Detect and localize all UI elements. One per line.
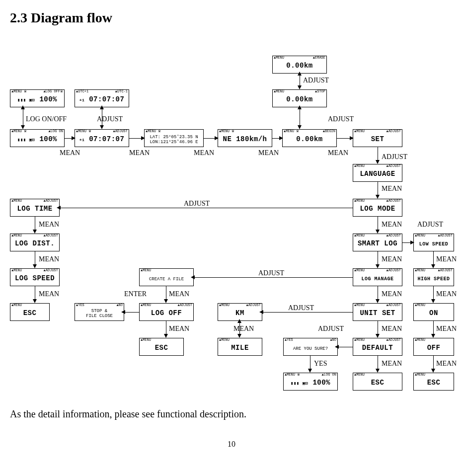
label-adjust: ADJUST: [417, 221, 443, 229]
screen-log-speed: ▲MENU▲ADJUST LOG SPEED: [10, 268, 60, 286]
label-mean: MEAN: [169, 290, 189, 298]
screen-mile: ▲MENU MILE: [218, 338, 262, 356]
label-mean: MEAN: [382, 360, 402, 368]
label-mean: MEAN: [436, 325, 457, 333]
label-mean: MEAN: [382, 185, 402, 193]
label-mean: MEAN: [194, 149, 214, 157]
label-enter: ENTER: [124, 290, 147, 298]
screen-esc-3: ▲MENU ESC: [353, 373, 402, 391]
label-mean: MEAN: [258, 149, 279, 157]
label-mean: MEAN: [382, 290, 402, 298]
screen-logoff-100: ▲MENU ※▲LOG OFF※ ▮▮▮ ▣⊟ 100%: [10, 89, 65, 107]
screen-low-speed: ▲MENU▲ADJUST LOW SPEED: [413, 234, 454, 251]
screen-stop-km: ▲MENU▲STOP 0.00km: [272, 89, 327, 107]
label-mean: MEAN: [382, 221, 402, 229]
label-mean: MEAN: [39, 255, 59, 263]
body-text: As the detail information, please see fu…: [10, 408, 453, 420]
label-yes: YES: [314, 360, 327, 368]
label-adjust: ADJUST: [97, 115, 123, 123]
screen-utc-time-top: ▲UTC+1▲UTC-1 +1 07:07:07: [75, 89, 129, 107]
label-adjust: ADJUST: [303, 77, 329, 84]
screen-stop-file-close: ▲YES▲NO STOP & FILE CLOSE: [75, 303, 124, 321]
screen-latlon: ▲MENU ※ LAT: 25°05'23.35 N LON:121°25'46…: [144, 129, 204, 147]
section-heading: 2.3 Diagram flow: [10, 10, 453, 26]
page-number: 10: [10, 440, 453, 449]
screen-esc-1: ▲MENU ESC: [10, 303, 50, 321]
screen-log-manage: ▲MENU▲ADJUST LOG MANAGE: [353, 268, 402, 286]
screen-log-dist: ▲MENU▲ADJUST LOG DIST.: [10, 234, 60, 251]
screen-time-main: ▲MENU ※▲ADJUST +1 07:07:07: [75, 129, 129, 147]
label-log-onoff: LOG ON/OFF: [26, 115, 67, 123]
screen-are-you-sure: ▲YES▲NO ARE YOU SURE?: [283, 338, 338, 356]
label-adjust: ADJUST: [328, 115, 354, 123]
screen-logon-100: ▲MENU ※▲LOG ON ▮▮▮ ▣⊟ 100%: [10, 129, 65, 147]
label-mean: MEAN: [382, 325, 402, 333]
screen-esc-2: ▲MENU ESC: [139, 338, 184, 356]
label-mean: MEAN: [328, 149, 348, 157]
diagram-flow: ▲MENU▲ERASE 0.00km ADJUST ▲MENU▲STOP 0.0…: [10, 36, 453, 394]
label-adjust: ADJUST: [258, 269, 284, 277]
label-adjust: ADJUST: [318, 325, 344, 333]
label-mean: MEAN: [39, 290, 59, 298]
screen-log-mode: ▲MENU▲ADJUST LOG MODE: [353, 199, 402, 217]
screen-high-speed: ▲MENU▲ADJUST HIGH SPEED: [413, 268, 454, 286]
screen-on: ▲MENU ON: [413, 303, 454, 321]
screen-begin-km: ▲MENU ※▲BEGIN 0.00km: [282, 129, 337, 147]
label-adjust: ADJUST: [184, 200, 210, 208]
label-mean: MEAN: [169, 325, 189, 333]
label-mean: MEAN: [382, 255, 402, 263]
label-mean: MEAN: [436, 360, 457, 368]
screen-km: ▲MENU▲ADJUST KM: [218, 303, 262, 321]
screen-log-time: ▲MENU▲ADJUST LOG TIME: [10, 199, 60, 217]
screen-log-off: ▲MENU▲ADJUST LOG OFF: [139, 303, 194, 321]
screen-ne180: ▲MENU ※ NE 180km/h: [218, 129, 272, 147]
label-mean: MEAN: [436, 290, 457, 298]
screen-set: ▲MENU▲ADJUST SET: [353, 129, 402, 147]
screen-default: ▲MENU▲ADJUST DEFAULT: [353, 338, 402, 356]
screen-off: ▲MENU OFF: [413, 338, 454, 356]
screen-smart-log: ▲MENU▲ADJUST SMART LOG: [353, 234, 402, 251]
screen-create-file: ▲MENU CREATE A FILE: [139, 268, 194, 286]
label-mean: MEAN: [129, 149, 150, 157]
label-adjust: ADJUST: [288, 304, 314, 312]
label-mean: MEAN: [39, 221, 59, 229]
label-mean: MEAN: [60, 149, 80, 157]
screen-esc-4: ▲MENU ESC: [413, 373, 454, 391]
screen-erase-km: ▲MENU▲ERASE 0.00km: [272, 56, 327, 74]
label-mean: MEAN: [436, 255, 457, 263]
label-mean: MEAN: [233, 325, 254, 333]
screen-unit-set: ▲MENU▲ADJUST UNIT SET: [353, 303, 402, 321]
screen-language: ▲MENU▲ADJUST LANGUAGE: [353, 164, 402, 182]
screen-logon-100-b: ▲MENU ※▲LOG ON ▮▮▮ ▣⊟ 100%: [283, 373, 338, 391]
label-adjust: ADJUST: [382, 153, 407, 161]
